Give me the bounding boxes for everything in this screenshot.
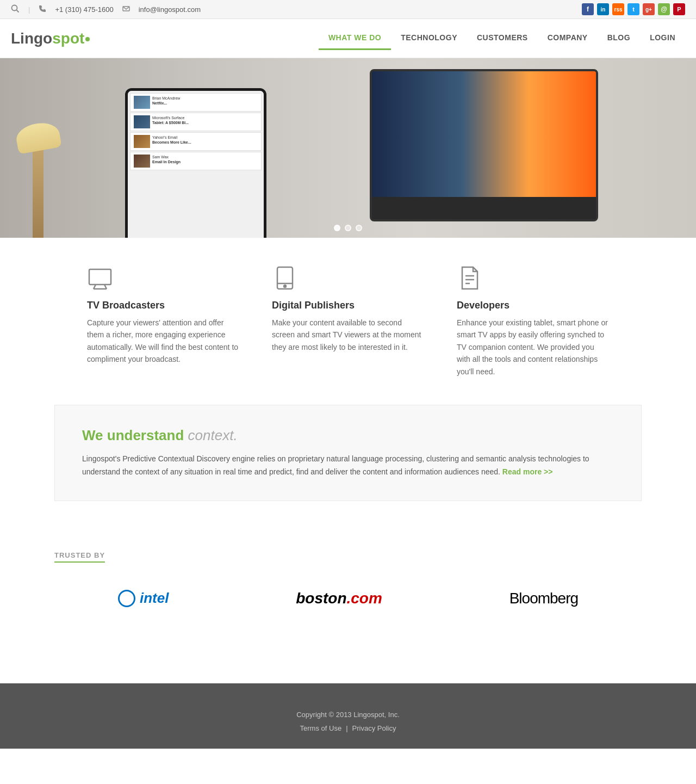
hero-background: Brian McAndrewNetflix... Microsoft's Sur…: [0, 58, 696, 238]
tv-icon: [87, 265, 114, 292]
nav-company[interactable]: COMPANY: [538, 27, 598, 50]
tablet-news-item-1: Brian McAndrewNetflix...: [130, 93, 262, 112]
email-contact-icon: [122, 5, 130, 14]
feature-dev-title: Developers: [457, 300, 609, 311]
svg-rect-3: [89, 269, 111, 285]
tablet-news-text-4: Sam WaxEmail In Design: [152, 155, 181, 164]
hero-tablet: Brian McAndrewNetflix... Microsoft's Sur…: [125, 88, 266, 238]
boston-logo: boston.com: [296, 590, 382, 607]
feature-publisher-desc: Make your content available to second sc…: [272, 317, 424, 353]
facebook-icon[interactable]: f: [582, 3, 594, 15]
context-description: Lingospot's Predictive Contextual Discov…: [82, 453, 614, 479]
hero-tv-stand: [372, 197, 596, 219]
feature-dev-desc: Enhance your existing tablet, smart phon…: [457, 317, 609, 378]
nav-blog[interactable]: BLOG: [598, 27, 640, 50]
phone-number: +1 (310) 475-1600: [55, 5, 113, 14]
svg-point-8: [284, 285, 286, 287]
tablet-news-item-3: Yahoo!'s EmailBecomes More Like...: [130, 132, 262, 151]
context-title-highlight: We understand: [82, 427, 184, 443]
header: Lingospot WHAT WE DO TECHNOLOGY CUSTOMER…: [0, 19, 696, 58]
nav-login[interactable]: LOGIN: [640, 27, 685, 50]
topbar-left: | +1 (310) 475-1600 info@lingospot.com: [11, 4, 201, 15]
read-more-link[interactable]: Read more >>: [502, 467, 553, 476]
feature-developers: Developers Enhance your existing tablet,…: [457, 265, 609, 378]
tablet-icon: [272, 265, 299, 292]
boston-logo-text: boston.com: [296, 590, 382, 607]
hero-tv: [370, 69, 598, 221]
nav-customers[interactable]: CUSTOMERS: [467, 27, 538, 50]
footer-links: Terms of Use | Privacy Policy: [0, 724, 696, 732]
context-title-italic: context.: [188, 427, 238, 443]
document-icon: [457, 265, 484, 292]
tablet-thumb-4: [134, 155, 150, 168]
feature-tv-desc: Capture your viewers' attention and offe…: [87, 317, 239, 366]
tablet-news-text-2: Microsoft's SurfaceTablet: A $500M Bl...: [152, 115, 189, 125]
footer: Copyright © 2013 Lingospot, Inc. Terms o…: [0, 683, 696, 749]
tablet-news-item-2: Microsoft's SurfaceTablet: A $500M Bl...: [130, 113, 262, 131]
topbar-right: f in rss t g+ @ P: [582, 3, 685, 15]
nav-what-we-do[interactable]: WHAT WE DO: [319, 27, 391, 50]
logo-dot: [85, 37, 90, 41]
trusted-logos: intel boston.com Bloomberg: [54, 579, 642, 618]
lamp-shade: [14, 120, 61, 154]
bloomberg-logo: Bloomberg: [509, 590, 578, 607]
email-social-icon[interactable]: @: [658, 3, 670, 15]
intel-logo-text: intel: [118, 590, 169, 607]
slider-dot-2[interactable]: [345, 225, 351, 231]
hero-tv-figures: [372, 71, 596, 197]
logo-text-lingo: Lingo: [11, 30, 52, 47]
tablet-thumb-2: [134, 115, 150, 128]
linkedin-icon[interactable]: in: [597, 3, 609, 15]
privacy-link[interactable]: Privacy Policy: [352, 724, 396, 732]
lamp-stand: [33, 140, 44, 238]
hero-slider: Brian McAndrewNetflix... Microsoft's Sur…: [0, 58, 696, 238]
logo[interactable]: Lingospot: [11, 30, 90, 47]
rss-icon[interactable]: rss: [612, 3, 624, 15]
main-nav: WHAT WE DO TECHNOLOGY CUSTOMERS COMPANY …: [319, 27, 685, 50]
footer-copyright: Copyright © 2013 Lingospot, Inc.: [0, 711, 696, 719]
context-title: We understand context.: [82, 427, 614, 444]
feature-tv-title: TV Broadcasters: [87, 300, 239, 311]
topbar: | +1 (310) 475-1600 info@lingospot.com f…: [0, 0, 696, 19]
nav-technology[interactable]: TECHNOLOGY: [391, 27, 467, 50]
tablet-thumb-1: [134, 96, 150, 109]
slider-dot-1[interactable]: [334, 225, 340, 231]
intel-logo: intel: [118, 590, 169, 607]
slider-dot-3[interactable]: [356, 225, 362, 231]
feature-publisher-title: Digital Publishers: [272, 300, 424, 311]
intel-ring: [118, 590, 135, 607]
hero-tv-screen: [372, 71, 596, 197]
bloomberg-logo-text: Bloomberg: [509, 590, 578, 607]
search-icon[interactable]: [11, 4, 20, 15]
context-box: We understand context. Lingospot's Predi…: [54, 405, 642, 501]
tablet-news-item-4: Sam WaxEmail In Design: [130, 152, 262, 170]
features-section: TV Broadcasters Capture your viewers' at…: [0, 238, 696, 405]
trusted-heading: TRUSTED BY: [54, 551, 105, 563]
tablet-thumb-3: [134, 135, 150, 148]
email-address: info@lingospot.com: [139, 5, 201, 14]
feature-tv-broadcasters: TV Broadcasters Capture your viewers' at…: [87, 265, 239, 378]
svg-line-1: [17, 10, 19, 12]
spacer: [0, 640, 696, 683]
google-icon[interactable]: g+: [643, 3, 655, 15]
logo-text-spot: spot: [52, 30, 84, 47]
hero-tablet-screen: Brian McAndrewNetflix... Microsoft's Sur…: [128, 91, 264, 238]
tablet-news-text-3: Yahoo!'s EmailBecomes More Like...: [152, 135, 191, 145]
trusted-section: TRUSTED BY intel boston.com Bloomberg: [0, 528, 696, 640]
svg-point-0: [12, 5, 17, 10]
terms-link[interactable]: Terms of Use: [300, 724, 342, 732]
twitter-icon[interactable]: t: [627, 3, 639, 15]
pinterest-icon[interactable]: P: [673, 3, 685, 15]
feature-digital-publishers: Digital Publishers Make your content ava…: [272, 265, 424, 378]
slider-dots: [334, 225, 362, 231]
tablet-news-text-1: Brian McAndrewNetflix...: [152, 96, 180, 106]
phone-icon: [39, 5, 46, 14]
